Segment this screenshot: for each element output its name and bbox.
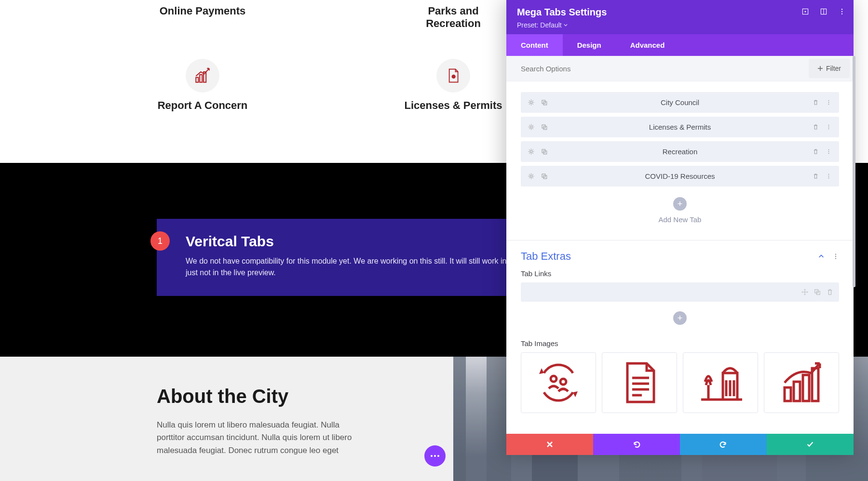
tab-item[interactable]: COVID-19 Resources: [521, 166, 839, 187]
preset-label: Preset:: [517, 21, 538, 29]
add-tab-area: + Add New Tab: [521, 190, 839, 235]
close-icon: [546, 441, 554, 448]
kebab-icon[interactable]: [832, 253, 839, 260]
svg-point-35: [835, 254, 836, 254]
svg-rect-52: [803, 375, 809, 401]
about-title: About the City: [157, 386, 424, 407]
expand-icon[interactable]: [801, 8, 809, 15]
svg-point-32: [828, 174, 829, 175]
card-report-concern[interactable]: Report A Concern: [149, 59, 256, 112]
duplicate-icon[interactable]: [541, 173, 548, 180]
trash-icon[interactable]: [827, 289, 833, 295]
kebab-icon[interactable]: [838, 8, 846, 15]
svg-point-11: [530, 101, 532, 104]
card-parks-recreation: Parks and Recreation: [400, 5, 506, 30]
tab-image-document[interactable]: [602, 352, 677, 413]
add-tab-button[interactable]: +: [673, 197, 687, 211]
svg-point-34: [828, 177, 829, 178]
move-icon[interactable]: [801, 289, 808, 295]
duplicate-icon[interactable]: [541, 123, 548, 131]
search-input[interactable]: [506, 58, 809, 80]
tab-image-people-cycle[interactable]: [521, 352, 596, 413]
preset-dropdown[interactable]: Preset: Default: [517, 21, 568, 29]
card-title: Licenses & Permits: [400, 99, 506, 112]
section-title: Tab Extras: [521, 250, 571, 263]
step-badge: 1: [150, 231, 170, 251]
card-title: Parks and Recreation: [400, 5, 506, 30]
duplicate-icon[interactable]: [814, 289, 821, 295]
filter-button[interactable]: Filter: [809, 59, 850, 78]
filter-label: Filter: [826, 65, 841, 72]
tab-item-title: COVID-19 Resources: [521, 172, 839, 180]
card-title: Report A Concern: [149, 99, 256, 112]
about-body: Nulla quis lorem ut libero malesuada feu…: [157, 419, 364, 457]
tab-item[interactable]: Recreation: [521, 141, 839, 162]
svg-point-16: [828, 104, 829, 105]
svg-point-21: [828, 127, 829, 128]
svg-point-40: [551, 376, 556, 382]
undo-icon: [632, 440, 641, 449]
header-actions: [801, 8, 846, 15]
tab-item[interactable]: Licenses & Permits: [521, 117, 839, 137]
tab-items-list: City Council Licenses & Permits: [506, 81, 854, 240]
plus-icon: [817, 66, 823, 71]
tab-image-park-building[interactable]: [683, 352, 758, 413]
save-button[interactable]: [767, 434, 854, 455]
more-actions-fab[interactable]: [424, 445, 446, 467]
panel-body: Filter City Council Lice: [506, 56, 854, 434]
tab-content[interactable]: Content: [506, 34, 563, 56]
svg-point-28: [828, 153, 829, 154]
redo-icon: [719, 440, 728, 449]
tab-links-label: Tab Links: [506, 269, 854, 278]
duplicate-icon[interactable]: [541, 99, 548, 106]
trash-icon[interactable]: [812, 148, 819, 155]
svg-rect-53: [812, 368, 818, 401]
check-icon: [806, 440, 814, 449]
panel-header: Mega Tabs Settings Preset: Default: [506, 0, 854, 34]
tab-extras-header[interactable]: Tab Extras: [506, 240, 854, 269]
svg-point-20: [828, 125, 829, 126]
kebab-icon[interactable]: [825, 123, 832, 131]
svg-point-5: [804, 11, 806, 12]
tab-link-item[interactable]: [521, 282, 839, 302]
gear-icon[interactable]: [528, 123, 535, 131]
card-licenses-permits[interactable]: Licenses & Permits: [400, 59, 506, 112]
gear-icon[interactable]: [528, 148, 535, 155]
kebab-icon[interactable]: [825, 99, 832, 106]
svg-rect-51: [794, 382, 800, 401]
settings-panel: Mega Tabs Settings Preset: Default Conte…: [506, 0, 854, 455]
trash-icon[interactable]: [812, 99, 819, 106]
chevron-up-icon[interactable]: [818, 253, 825, 260]
tab-design[interactable]: Design: [563, 34, 616, 56]
undo-button[interactable]: [593, 434, 680, 455]
tab-image-growth-chart[interactable]: [764, 352, 839, 413]
tab-item-title: City Council: [521, 98, 839, 107]
svg-point-14: [828, 100, 829, 101]
card-online-payments: Online Payments: [149, 5, 256, 30]
trash-icon[interactable]: [812, 173, 819, 180]
tab-advanced[interactable]: Advanced: [616, 34, 679, 56]
caret-down-icon: [564, 23, 568, 27]
add-link-button[interactable]: +: [673, 311, 687, 325]
svg-point-27: [828, 151, 829, 152]
tab-item-title: Recreation: [521, 147, 839, 156]
tab-images-label: Tab Images: [506, 339, 854, 347]
bar-chart-arrow-icon: [186, 59, 219, 93]
panel-title: Mega Tabs Settings: [517, 7, 843, 18]
svg-point-26: [828, 149, 829, 150]
columns-icon[interactable]: [820, 8, 827, 15]
trash-icon[interactable]: [812, 123, 819, 131]
svg-point-33: [828, 176, 829, 177]
redo-button[interactable]: [680, 434, 767, 455]
kebab-icon[interactable]: [825, 173, 832, 180]
svg-point-41: [560, 379, 566, 385]
cancel-button[interactable]: [506, 434, 593, 455]
duplicate-icon[interactable]: [541, 148, 548, 155]
gear-icon[interactable]: [528, 99, 535, 106]
svg-point-15: [828, 102, 829, 103]
search-row: Filter: [506, 56, 854, 81]
gear-icon[interactable]: [528, 173, 535, 180]
tab-item[interactable]: City Council: [521, 92, 839, 113]
kebab-icon[interactable]: [825, 148, 832, 155]
panel-scrollbar[interactable]: [853, 56, 855, 287]
